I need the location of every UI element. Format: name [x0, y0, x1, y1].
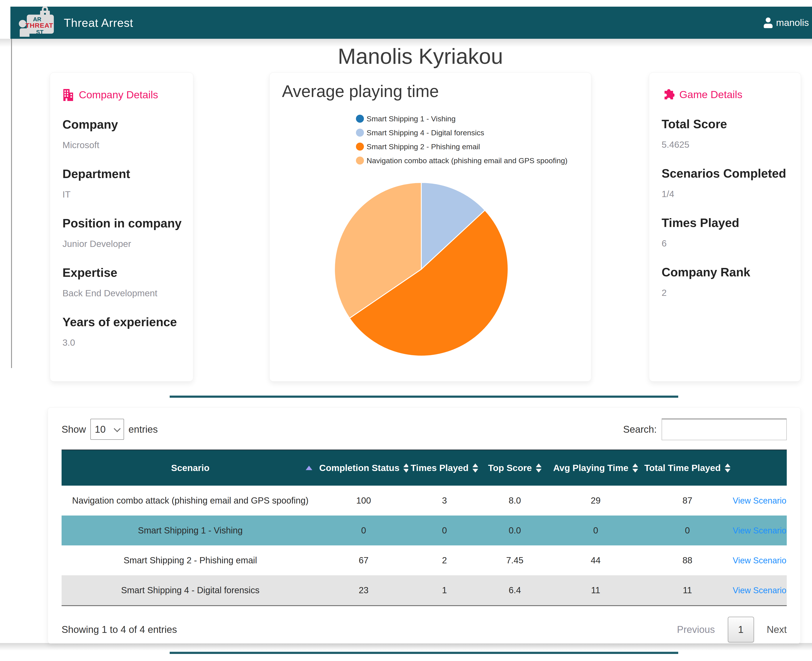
show-entries-control: Show 10 entries — [62, 419, 158, 440]
company-field: Expertise Back End Development — [62, 265, 184, 299]
field-value: 2 — [662, 287, 794, 298]
legend-label: Smart Shipping 2 - Phishing email — [366, 142, 480, 151]
field-label: Total Score — [662, 117, 794, 131]
username: manolis — [776, 17, 809, 28]
pagination-previous[interactable]: Previous — [677, 624, 715, 635]
times-played-cell: 0 — [408, 516, 481, 545]
field-value: 6 — [662, 238, 794, 249]
top-score-cell: 6.4 — [481, 575, 549, 606]
building-icon — [62, 88, 74, 101]
table-row[interactable]: Smart Shipping 2 - Phishing email 67 2 7… — [62, 545, 787, 575]
legend-item: Navigation combo attack (phishing email … — [356, 156, 567, 165]
completion-cell: 0 — [319, 516, 408, 545]
search-control: Search: — [623, 418, 787, 440]
field-label: Position in company — [62, 216, 184, 230]
user-icon — [763, 18, 774, 28]
scenario-cell: Smart Shipping 4 - Digital forensics — [62, 575, 319, 606]
completion-cell: 67 — [319, 545, 408, 575]
top-score-cell: 7.45 — [481, 545, 549, 575]
column-header-top-score[interactable]: Top Score — [481, 450, 549, 486]
column-header-avg-playing-time[interactable]: Avg Playing Time — [549, 450, 643, 486]
field-value: Back End Development — [62, 288, 184, 299]
sort-asc-icon — [306, 466, 312, 470]
avg-time-cell: 44 — [549, 545, 643, 575]
divider-bottom — [169, 651, 678, 654]
field-label: Expertise — [62, 265, 184, 280]
show-label: Show — [62, 424, 86, 435]
page-size-select[interactable]: 10 — [90, 419, 124, 440]
total-time-cell: 88 — [643, 545, 732, 575]
sort-icon — [632, 463, 638, 473]
view-scenario-link[interactable]: View Scenario — [733, 556, 786, 565]
legend-swatch — [356, 143, 364, 150]
field-value: 5.4625 — [662, 139, 794, 150]
column-header-actions — [732, 450, 787, 486]
view-scenario-link[interactable]: View Scenario — [733, 526, 786, 535]
column-header-scenario[interactable]: Scenario — [62, 450, 319, 486]
times-played-cell: 2 — [408, 545, 481, 575]
card-shadow — [0, 643, 812, 651]
legend-swatch — [356, 115, 364, 123]
company-field: Company Microsoft — [62, 117, 184, 150]
game-field: Company Rank 2 — [662, 265, 794, 298]
legend-item: Smart Shipping 4 - Digital forensics — [356, 128, 567, 137]
top-score-cell: 8.0 — [481, 485, 549, 516]
top-score-cell: 0.0 — [481, 516, 549, 545]
table-row[interactable]: Navigation combo attack (phishing email … — [62, 485, 787, 516]
field-label: Years of experience — [62, 315, 184, 329]
column-header-total-time-played[interactable]: Total Time Played — [643, 450, 732, 486]
game-field: Times Played 6 — [662, 216, 794, 249]
field-value: IT — [62, 189, 184, 200]
completion-cell: 23 — [319, 575, 408, 606]
scenarios-table: Scenario Completion Status Times Played … — [62, 450, 787, 606]
table-row-selected[interactable]: Smart Shipping 1 - Vishing 0 0 0.0 0 0 V… — [62, 516, 787, 545]
chart-title: Average playing time — [282, 81, 439, 101]
view-scenario-link[interactable]: View Scenario — [733, 586, 786, 595]
logo-text-st: ST — [36, 29, 43, 36]
legend-item: Smart Shipping 2 - Phishing email — [356, 142, 567, 152]
legend-label: Smart Shipping 4 - Digital forensics — [366, 128, 484, 137]
game-card-title: Game Details — [679, 88, 742, 101]
sort-icon — [536, 463, 542, 473]
pagination-next[interactable]: Next — [767, 624, 787, 635]
field-value: Microsoft — [62, 140, 184, 150]
game-field: Total Score 5.4625 — [662, 117, 794, 150]
total-time-cell: 87 — [643, 485, 732, 516]
divider-top — [169, 395, 678, 398]
company-field: Position in company Junior Developer — [62, 216, 184, 249]
legend-item: Smart Shipping 1 - Vishing — [356, 114, 567, 124]
table-row[interactable]: Smart Shipping 4 - Digital forensics 23 … — [62, 575, 787, 606]
navbar-brand[interactable]: AR THREAT ST Threat Arrest — [10, 6, 133, 39]
navbar: AR THREAT ST Threat Arrest manolis — [10, 6, 812, 39]
company-card-title: Company Details — [79, 89, 158, 101]
app-title: Threat Arrest — [64, 16, 133, 29]
total-time-cell: 11 — [643, 575, 732, 606]
legend-swatch — [356, 156, 364, 164]
page-title: Manolis Kyriakou — [0, 44, 812, 69]
avg-time-cell: 0 — [549, 516, 643, 545]
legend-label: Smart Shipping 1 - Vishing — [366, 115, 456, 123]
search-label: Search: — [623, 424, 657, 435]
field-value: Junior Developer — [62, 239, 184, 249]
user-menu[interactable]: manolis — [763, 17, 809, 28]
puzzle-icon — [662, 88, 675, 101]
view-scenario-link[interactable]: View Scenario — [733, 496, 786, 505]
field-label: Scenarios Completed — [662, 166, 794, 180]
company-details-card: Company Details Company Microsoft Depart… — [50, 72, 193, 382]
legend-label: Navigation combo attack (phishing email … — [366, 156, 567, 165]
scenario-cell: Smart Shipping 1 - Vishing — [62, 516, 319, 545]
pie-chart — [333, 181, 510, 358]
field-value: 1/4 — [662, 189, 794, 199]
field-label: Times Played — [662, 216, 794, 230]
times-played-cell: 3 — [408, 485, 481, 516]
logo-text-threat: THREAT — [26, 22, 53, 29]
column-header-times-played[interactable]: Times Played — [408, 450, 481, 486]
person-silhouette-icon — [19, 20, 26, 27]
column-header-completion-status[interactable]: Completion Status — [319, 450, 408, 486]
chart-legend: Smart Shipping 1 - Vishing Smart Shippin… — [356, 114, 567, 165]
legend-swatch — [356, 129, 364, 137]
search-input[interactable] — [662, 418, 787, 440]
pagination-page-1[interactable]: 1 — [728, 617, 754, 642]
field-label: Company — [62, 117, 184, 131]
field-label: Department — [62, 167, 184, 181]
